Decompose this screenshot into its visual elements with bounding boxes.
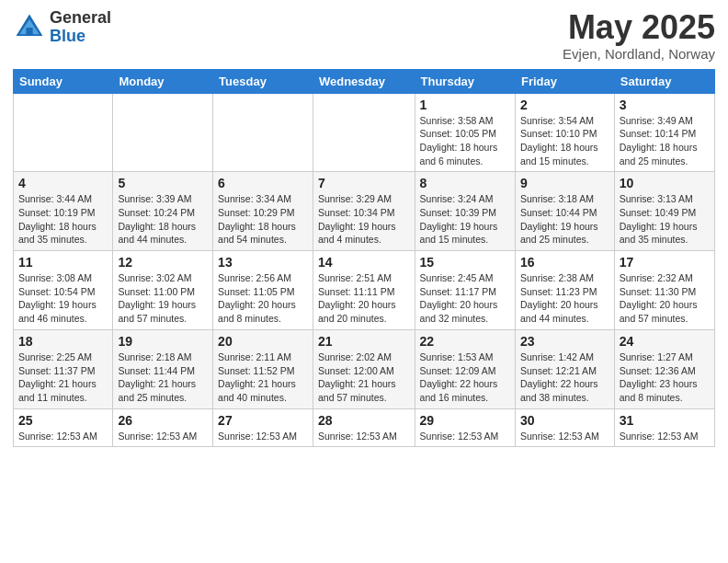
logo-general-text: General xyxy=(50,9,111,28)
page: General Blue May 2025 Evjen, Nordland, N… xyxy=(0,0,728,563)
day-info: Sunrise: 2:38 AM Sunset: 11:23 PM Daylig… xyxy=(520,271,609,326)
logo-blue-text: Blue xyxy=(50,28,111,46)
calendar-cell xyxy=(14,93,113,172)
logo-text: General Blue xyxy=(50,9,111,46)
weekday-header: Friday xyxy=(515,69,614,93)
svg-rect-2 xyxy=(26,28,32,36)
calendar-cell: 10Sunrise: 3:13 AM Sunset: 10:49 PM Dayl… xyxy=(614,172,714,251)
day-number: 7 xyxy=(318,176,410,190)
calendar-cell: 4Sunrise: 3:44 AM Sunset: 10:19 PM Dayli… xyxy=(14,172,113,251)
calendar-cell xyxy=(313,93,415,172)
calendar-cell: 18Sunrise: 2:25 AM Sunset: 11:37 PM Dayl… xyxy=(14,329,113,408)
day-number: 6 xyxy=(218,176,308,190)
day-info: Sunrise: 3:49 AM Sunset: 10:14 PM Daylig… xyxy=(620,114,710,168)
day-info: Sunrise: 3:58 AM Sunset: 10:05 PM Daylig… xyxy=(420,114,510,168)
day-number: 26 xyxy=(118,413,208,428)
day-info: Sunrise: 1:42 AM Sunset: 12:21 AM Daylig… xyxy=(520,350,609,405)
day-number: 29 xyxy=(420,413,510,428)
day-number: 24 xyxy=(620,334,710,349)
day-info: Sunrise: 2:18 AM Sunset: 11:44 PM Daylig… xyxy=(118,350,208,405)
day-info: Sunrise: 3:39 AM Sunset: 10:24 PM Daylig… xyxy=(118,192,208,247)
calendar-week-row: 4Sunrise: 3:44 AM Sunset: 10:19 PM Dayli… xyxy=(14,172,715,251)
calendar-cell: 11Sunrise: 3:08 AM Sunset: 10:54 PM Dayl… xyxy=(14,251,113,330)
day-number: 23 xyxy=(520,334,609,349)
calendar-cell: 14Sunrise: 2:51 AM Sunset: 11:11 PM Dayl… xyxy=(313,251,415,330)
weekday-header: Thursday xyxy=(415,69,515,93)
day-info: Sunrise: 3:02 AM Sunset: 11:00 PM Daylig… xyxy=(118,271,208,326)
day-number: 20 xyxy=(218,334,308,349)
calendar-cell: 25Sunrise: 12:53 AM xyxy=(14,408,113,447)
day-info: Sunrise: 2:45 AM Sunset: 11:17 PM Daylig… xyxy=(420,271,510,326)
day-number: 2 xyxy=(520,98,609,112)
calendar-cell: 17Sunrise: 2:32 AM Sunset: 11:30 PM Dayl… xyxy=(614,251,714,330)
day-number: 17 xyxy=(620,255,710,270)
day-info: Sunrise: 2:02 AM Sunset: 12:00 AM Daylig… xyxy=(318,350,410,405)
calendar-cell: 26Sunrise: 12:53 AM xyxy=(113,408,213,447)
day-number: 5 xyxy=(118,176,208,190)
day-info: Sunrise: 3:24 AM Sunset: 10:39 PM Daylig… xyxy=(420,192,510,247)
calendar-cell: 13Sunrise: 2:56 AM Sunset: 11:05 PM Dayl… xyxy=(213,251,313,330)
calendar-cell: 21Sunrise: 2:02 AM Sunset: 12:00 AM Dayl… xyxy=(313,329,415,408)
day-number: 15 xyxy=(420,255,510,270)
calendar-cell: 27Sunrise: 12:53 AM xyxy=(213,408,313,447)
day-info: Sunrise: 12:53 AM xyxy=(18,430,108,443)
day-number: 13 xyxy=(218,255,308,270)
calendar-cell: 6Sunrise: 3:34 AM Sunset: 10:29 PM Dayli… xyxy=(213,172,313,251)
day-info: Sunrise: 2:25 AM Sunset: 11:37 PM Daylig… xyxy=(18,350,108,405)
day-info: Sunrise: 3:54 AM Sunset: 10:10 PM Daylig… xyxy=(520,114,609,168)
weekday-header: Sunday xyxy=(14,69,113,93)
calendar-week-row: 25Sunrise: 12:53 AM26Sunrise: 12:53 AM27… xyxy=(14,408,715,447)
day-info: Sunrise: 3:34 AM Sunset: 10:29 PM Daylig… xyxy=(218,192,308,247)
day-number: 16 xyxy=(520,255,609,270)
calendar-week-row: 1Sunrise: 3:58 AM Sunset: 10:05 PM Dayli… xyxy=(14,93,715,172)
title-block: May 2025 Evjen, Nordland, Norway xyxy=(563,9,715,62)
day-number: 25 xyxy=(18,413,108,428)
day-number: 14 xyxy=(318,255,410,270)
calendar-cell: 30Sunrise: 12:53 AM xyxy=(515,408,614,447)
calendar-cell: 16Sunrise: 2:38 AM Sunset: 11:23 PM Dayl… xyxy=(515,251,614,330)
weekday-header: Monday xyxy=(113,69,213,93)
calendar-cell: 22Sunrise: 1:53 AM Sunset: 12:09 AM Dayl… xyxy=(415,329,515,408)
day-info: Sunrise: 2:51 AM Sunset: 11:11 PM Daylig… xyxy=(318,271,410,326)
calendar-cell xyxy=(113,93,213,172)
day-info: Sunrise: 3:08 AM Sunset: 10:54 PM Daylig… xyxy=(18,271,108,326)
day-number: 10 xyxy=(620,176,710,190)
day-info: Sunrise: 12:53 AM xyxy=(318,430,410,443)
calendar-cell: 3Sunrise: 3:49 AM Sunset: 10:14 PM Dayli… xyxy=(614,93,714,172)
logo: General Blue xyxy=(13,9,111,46)
day-number: 27 xyxy=(218,413,308,428)
day-number: 31 xyxy=(620,413,710,428)
calendar-cell: 19Sunrise: 2:18 AM Sunset: 11:44 PM Dayl… xyxy=(113,329,213,408)
day-number: 4 xyxy=(18,176,108,190)
day-number: 18 xyxy=(18,334,108,349)
day-info: Sunrise: 2:56 AM Sunset: 11:05 PM Daylig… xyxy=(218,271,308,326)
logo-icon xyxy=(13,11,46,44)
day-info: Sunrise: 2:11 AM Sunset: 11:52 PM Daylig… xyxy=(218,350,308,405)
title-location: Evjen, Nordland, Norway xyxy=(563,46,715,62)
header: General Blue May 2025 Evjen, Nordland, N… xyxy=(13,9,715,62)
day-info: Sunrise: 1:27 AM Sunset: 12:36 AM Daylig… xyxy=(620,350,710,405)
day-info: Sunrise: 1:53 AM Sunset: 12:09 AM Daylig… xyxy=(420,350,510,405)
day-number: 11 xyxy=(18,255,108,270)
day-info: Sunrise: 3:29 AM Sunset: 10:34 PM Daylig… xyxy=(318,192,410,247)
calendar-cell: 28Sunrise: 12:53 AM xyxy=(313,408,415,447)
calendar-cell: 12Sunrise: 3:02 AM Sunset: 11:00 PM Dayl… xyxy=(113,251,213,330)
day-info: Sunrise: 3:44 AM Sunset: 10:19 PM Daylig… xyxy=(18,192,108,247)
day-number: 12 xyxy=(118,255,208,270)
calendar-cell: 8Sunrise: 3:24 AM Sunset: 10:39 PM Dayli… xyxy=(415,172,515,251)
weekday-header: Tuesday xyxy=(213,69,313,93)
calendar-cell: 5Sunrise: 3:39 AM Sunset: 10:24 PM Dayli… xyxy=(113,172,213,251)
title-month: May 2025 xyxy=(563,9,715,46)
calendar-cell: 23Sunrise: 1:42 AM Sunset: 12:21 AM Dayl… xyxy=(515,329,614,408)
calendar-cell: 24Sunrise: 1:27 AM Sunset: 12:36 AM Dayl… xyxy=(614,329,714,408)
day-number: 3 xyxy=(620,98,710,112)
day-number: 19 xyxy=(118,334,208,349)
calendar-cell: 31Sunrise: 12:53 AM xyxy=(614,408,714,447)
day-number: 9 xyxy=(520,176,609,190)
calendar-cell: 20Sunrise: 2:11 AM Sunset: 11:52 PM Dayl… xyxy=(213,329,313,408)
weekday-header: Wednesday xyxy=(313,69,415,93)
calendar-table: SundayMondayTuesdayWednesdayThursdayFrid… xyxy=(13,69,715,448)
day-info: Sunrise: 12:53 AM xyxy=(420,430,510,443)
calendar-cell: 7Sunrise: 3:29 AM Sunset: 10:34 PM Dayli… xyxy=(313,172,415,251)
day-number: 21 xyxy=(318,334,410,349)
